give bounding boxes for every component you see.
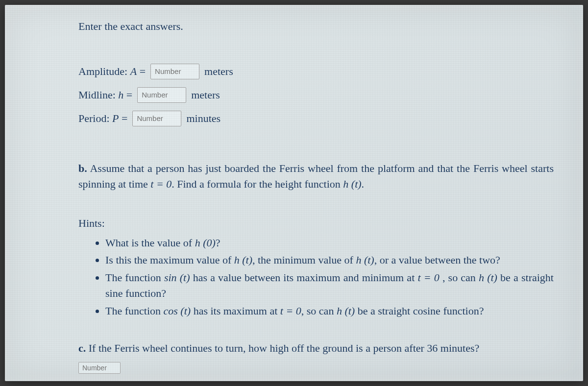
hint-3-b: sin (t)	[164, 271, 190, 284]
midline-row: Midline: h = meters	[78, 87, 554, 103]
hint-4-b: cos (t)	[164, 305, 191, 317]
part-b: b. Assume that a person has just boarded…	[78, 161, 554, 192]
part-c-text: If the Ferris wheel continues to turn, h…	[86, 342, 479, 354]
hints-list: What is the value of h (0)? Is this the …	[78, 235, 554, 319]
part-c-letter: c.	[78, 342, 86, 354]
hint-4-e: , so can	[301, 305, 337, 317]
hint-2-b: h (t)	[234, 254, 252, 266]
hint-3-c: has a value between its maximum and mini…	[190, 271, 417, 284]
part-c-text-row: c. If the Ferris wheel continues to turn…	[78, 340, 554, 356]
midline-equals: =	[123, 89, 132, 101]
part-b-letter: b.	[78, 162, 87, 174]
hint-4-d: t = 0	[280, 305, 301, 317]
hint-2: Is this the maximum value of h (t), the …	[105, 252, 554, 268]
midline-input[interactable]	[137, 87, 186, 103]
hint-4-a: The function	[105, 305, 164, 317]
midline-var: h	[118, 89, 123, 101]
amplitude-unit: meters	[204, 64, 233, 79]
period-unit: minutes	[186, 111, 220, 126]
amplitude-label-prefix: Amplitude:	[78, 65, 130, 77]
hint-1-b: h (0)	[195, 237, 216, 249]
midline-label: Midline: h =	[78, 87, 132, 103]
part-c-input-row	[78, 359, 554, 375]
part-c-input[interactable]	[78, 362, 121, 374]
midline-unit: meters	[191, 87, 220, 103]
hint-3: The function sin (t) has a value between…	[105, 270, 554, 301]
hint-2-d: h (t)	[356, 254, 374, 266]
part-b-ht: h (t)	[343, 178, 361, 190]
period-row: Period: P = minutes	[78, 111, 554, 126]
period-label-prefix: Period:	[78, 112, 112, 124]
hint-2-e: , or a value between the two?	[374, 254, 500, 266]
hint-3-f: h (t)	[479, 271, 497, 284]
amplitude-label: Amplitude: A =	[78, 64, 146, 79]
question-page: Enter the exact answers. Amplitude: A = …	[5, 5, 583, 381]
period-label: Period: P =	[78, 111, 127, 126]
hint-4-c: has its maximum at	[191, 305, 280, 317]
period-var: P	[112, 112, 119, 124]
amplitude-input[interactable]	[150, 64, 199, 79]
amplitude-row: Amplitude: A = meters	[78, 64, 554, 79]
hint-2-a: Is this the maximum value of	[105, 254, 234, 266]
part-c: c. If the Ferris wheel continues to turn…	[78, 340, 554, 375]
instruction-text: Enter the exact answers.	[78, 19, 554, 34]
hint-1: What is the value of h (0)?	[105, 235, 554, 251]
part-b-text-2: . Find a formula for the height function	[172, 178, 343, 190]
hint-1-a: What is the value of	[105, 237, 195, 249]
hint-4: The function cos (t) has its maximum at …	[105, 303, 554, 319]
hint-1-c: ?	[216, 237, 220, 249]
amplitude-equals: =	[137, 65, 146, 77]
period-equals: =	[119, 112, 128, 124]
hint-3-d: t = 0	[417, 271, 439, 284]
hint-3-e: , so can	[440, 271, 479, 284]
hints-label: Hints:	[78, 216, 554, 231]
period-input[interactable]	[132, 111, 181, 126]
part-b-text-3: .	[362, 178, 365, 190]
hint-3-a: The function	[105, 271, 164, 284]
hint-4-f: h (t)	[337, 305, 355, 317]
hint-4-g: be a straight cosine function?	[355, 305, 484, 317]
hint-2-c: , the minimum value of	[252, 254, 356, 266]
amplitude-var: A	[130, 65, 137, 77]
midline-label-prefix: Midline:	[78, 89, 118, 101]
part-b-t0: t = 0	[150, 178, 172, 190]
